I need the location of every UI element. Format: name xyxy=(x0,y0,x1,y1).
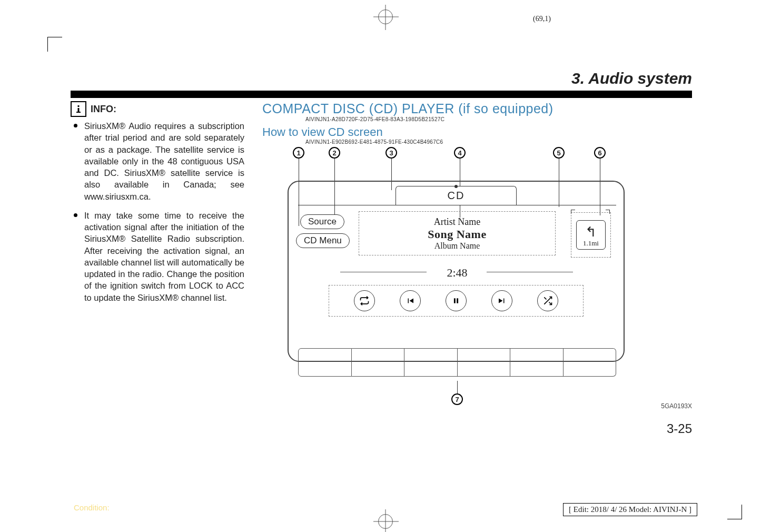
content-area: INFO: SiriusXM® Audio requires a subscri… xyxy=(71,101,692,474)
album-name: Album Name xyxy=(428,241,486,251)
cd-tab-label: CD xyxy=(448,190,465,202)
cd-menu-button[interactable]: CD Menu xyxy=(296,233,350,248)
cd-tab: CD xyxy=(396,186,517,205)
section-divider-bar xyxy=(71,91,692,98)
crop-mark-top xyxy=(378,9,393,24)
condition-label: Condition: xyxy=(74,503,110,512)
softkey-4[interactable] xyxy=(458,348,511,377)
previous-track-button[interactable] xyxy=(400,290,421,311)
playback-controls-row xyxy=(329,285,584,317)
softkey-6[interactable] xyxy=(564,348,617,377)
section-heading: COMPACT DISC (CD) PLAYER (if so equipped… xyxy=(262,101,692,116)
page-coordinate: (69,1) xyxy=(533,15,551,23)
screen-top-line xyxy=(298,205,616,205)
nav-box-corner-left xyxy=(571,210,575,214)
nav-distance: 1.1mi xyxy=(583,239,599,248)
right-column: COMPACT DISC (CD) PLAYER (if so equipped… xyxy=(262,101,692,474)
image-reference-code: 5GA0193X xyxy=(661,402,692,410)
softkey-2[interactable] xyxy=(352,348,405,377)
nav-turn-widget: ↰ 1.1mi xyxy=(571,212,611,258)
info-bullet-list: SiriusXM® Audio requires a subscription … xyxy=(71,120,244,303)
section-guid: AIVINJN1-A28D720F-2D75-4FE8-83A3-198D5B2… xyxy=(305,116,692,122)
nav-box-corner-right xyxy=(606,210,610,214)
crop-mark-bottom xyxy=(378,514,393,529)
bottom-softkey-row xyxy=(298,348,616,377)
elapsed-time: 2:48 xyxy=(288,266,627,280)
pause-button[interactable] xyxy=(446,290,467,311)
cd-screen-diagram: 1 2 3 4 5 6 CD Source CD Menu Ar xyxy=(288,149,692,386)
softkey-5[interactable] xyxy=(510,348,564,377)
info-icon xyxy=(71,101,86,117)
track-info-box: Artist Name Song Name Album Name xyxy=(359,211,556,255)
svg-rect-0 xyxy=(78,105,80,107)
turn-arrow-icon: ↰ xyxy=(585,224,597,240)
info-label: INFO: xyxy=(91,104,116,115)
song-name: Song Name xyxy=(428,228,486,241)
shuffle-button[interactable] xyxy=(537,290,558,311)
svg-rect-4 xyxy=(457,298,458,303)
callout-row: 1 2 3 4 5 6 xyxy=(288,147,627,168)
artist-name: Artist Name xyxy=(428,216,486,228)
subsection-heading: How to view CD screen xyxy=(262,125,692,139)
svg-rect-2 xyxy=(76,112,81,113)
subsection-guid: AIVINJN1-E902B692-E481-4875-91FE-430C4B4… xyxy=(305,139,692,145)
callout-7: 7 xyxy=(451,381,463,405)
source-button[interactable]: Source xyxy=(300,214,344,229)
list-item: SiriusXM® Audio requires a subscription … xyxy=(71,120,244,202)
svg-rect-3 xyxy=(454,298,456,303)
chapter-title: 3. Audio system xyxy=(571,70,692,87)
page-number: 3-25 xyxy=(667,421,692,436)
info-header-row: INFO: xyxy=(71,101,244,117)
left-column: INFO: SiriusXM® Audio requires a subscri… xyxy=(71,101,244,474)
list-item: It may take some time to receive the act… xyxy=(71,210,244,303)
next-track-button[interactable] xyxy=(491,290,512,311)
edit-info-box: [ Edit: 2018/ 4/ 26 Model: AIVINJ-N ] xyxy=(563,503,697,516)
crop-corner-top-left xyxy=(47,37,62,52)
softkey-1[interactable] xyxy=(298,348,352,377)
crop-corner-bottom-right xyxy=(727,505,742,519)
repeat-button[interactable] xyxy=(354,290,375,311)
softkey-3[interactable] xyxy=(404,348,458,377)
